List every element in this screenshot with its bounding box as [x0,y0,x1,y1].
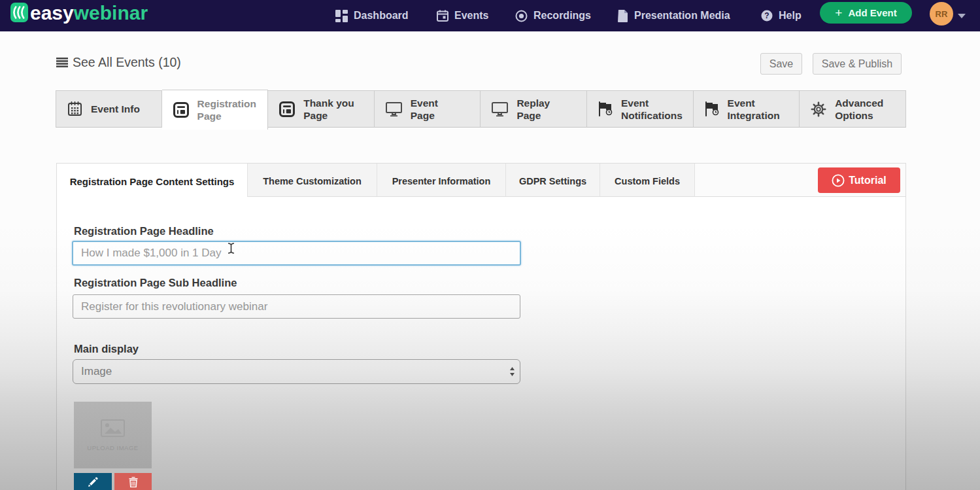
svg-text:?: ? [764,11,769,20]
